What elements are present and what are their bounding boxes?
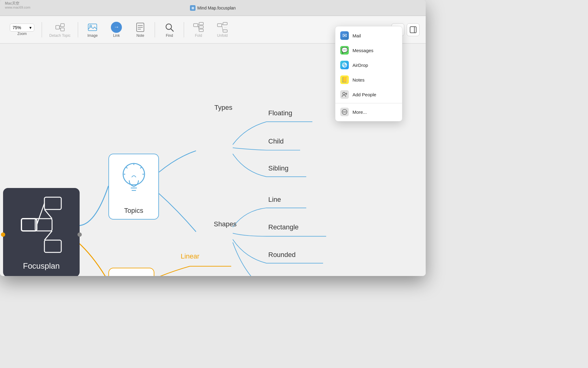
- image-button[interactable]: Image: [82, 20, 103, 40]
- main-window: Mac天空 www.mac69.com ▦ Mind Map.focusplan…: [0, 0, 426, 276]
- svg-rect-21: [217, 24, 222, 27]
- airdrop-label: AirDrop: [352, 63, 368, 68]
- link-button[interactable]: → Link: [106, 20, 127, 40]
- rectangle-label: Rectangle: [268, 223, 299, 231]
- zoom-label: Zoom: [17, 32, 27, 36]
- svg-rect-5: [88, 24, 97, 31]
- svg-point-55: [343, 92, 345, 95]
- separator-4: [184, 22, 184, 37]
- svg-point-45: [123, 163, 145, 185]
- svg-rect-16: [199, 29, 203, 32]
- svg-rect-39: [35, 219, 52, 231]
- separator-2: [78, 22, 78, 37]
- airdrop-icon: [340, 61, 349, 69]
- share-dropdown: ✉ Mail 💬 Messages AirDrop 📒 Notes: [335, 26, 402, 121]
- svg-rect-38: [44, 197, 61, 209]
- svg-line-49: [126, 167, 127, 168]
- shapes-label: Shapes: [214, 220, 237, 228]
- messages-label: Messages: [352, 48, 373, 53]
- focusplan-node[interactable]: Focusplan: [3, 188, 80, 276]
- zoom-control[interactable]: 75% ▾ Zoom: [6, 22, 38, 38]
- separator-3: [155, 22, 155, 37]
- child-label: Child: [268, 137, 284, 145]
- share-mail-item[interactable]: ✉ Mail: [335, 28, 402, 43]
- more-label: More...: [352, 109, 367, 115]
- titlebar: Mac天空 www.mac69.com ▦ Mind Map.focusplan: [0, 0, 426, 16]
- unfold-label: Unfold: [217, 33, 228, 38]
- note-label: Note: [136, 33, 144, 38]
- find-button[interactable]: Find: [159, 20, 180, 40]
- svg-rect-1: [61, 24, 64, 27]
- file-icon: ▦: [190, 5, 195, 11]
- detach-icon: [55, 22, 66, 33]
- focusplan-icon: [17, 194, 66, 255]
- svg-rect-41: [21, 219, 37, 231]
- notes-label: Notes: [352, 77, 364, 82]
- more-icon: [340, 108, 349, 116]
- share-airdrop-item[interactable]: AirDrop: [335, 58, 402, 72]
- window-title: ▦ Mind Map.focusplan: [190, 5, 236, 11]
- link-icon: →: [111, 22, 122, 33]
- svg-point-59: [343, 112, 344, 113]
- topics-label: Topics: [124, 207, 143, 215]
- svg-rect-13: [194, 24, 198, 27]
- svg-text:...: ...: [224, 25, 227, 29]
- focusplan-label: Focusplan: [23, 261, 60, 271]
- svg-rect-23: [223, 30, 227, 32]
- separator-1: [42, 22, 42, 37]
- svg-point-61: [345, 112, 346, 113]
- note-icon: [135, 22, 146, 33]
- svg-point-54: [344, 64, 345, 66]
- svg-point-60: [344, 112, 345, 113]
- find-icon: [164, 22, 175, 33]
- share-add-people-item[interactable]: Add People: [335, 87, 402, 102]
- mail-label: Mail: [352, 33, 361, 38]
- find-label: Find: [166, 33, 173, 38]
- share-messages-item[interactable]: 💬 Messages: [335, 43, 402, 58]
- svg-line-43: [44, 209, 52, 219]
- topics-node[interactable]: Topics: [108, 154, 159, 220]
- topics-icon: [117, 157, 151, 203]
- svg-rect-2: [61, 28, 64, 31]
- floating-label: Floating: [268, 109, 292, 117]
- unfold-button[interactable]: ... Unfold: [212, 20, 233, 40]
- svg-line-12: [171, 29, 173, 31]
- share-notes-item[interactable]: 📒 Notes: [335, 72, 402, 87]
- svg-rect-0: [56, 25, 59, 29]
- right-dot: [77, 232, 82, 237]
- detach-topic-button[interactable]: Detach Topic: [46, 20, 74, 40]
- svg-line-42: [37, 203, 44, 225]
- svg-text:...: ...: [202, 23, 204, 26]
- notes-icon: 📒: [340, 75, 349, 84]
- svg-line-44: [44, 231, 52, 240]
- linear-label: Linear: [181, 252, 199, 260]
- line-label: Line: [268, 196, 281, 204]
- mail-icon: ✉: [340, 31, 349, 40]
- svg-line-50: [140, 167, 141, 168]
- svg-rect-40: [44, 240, 61, 252]
- svg-rect-15: [199, 26, 203, 28]
- image-label: Image: [87, 33, 97, 38]
- share-more-item[interactable]: More...: [335, 105, 402, 119]
- types-label: Types: [214, 104, 232, 112]
- note-button[interactable]: Note: [130, 20, 151, 40]
- svg-rect-22: [223, 22, 227, 25]
- sidebar-toggle-button[interactable]: [407, 23, 420, 36]
- fold-label: Fold: [195, 33, 202, 38]
- fold-icon: ...: [193, 22, 204, 33]
- fold-button[interactable]: ... Fold: [188, 20, 209, 40]
- branches-node[interactable]: Branches: [108, 268, 154, 276]
- messages-icon: 💬: [340, 46, 349, 55]
- add-people-icon: [340, 90, 349, 99]
- share-divider: [335, 103, 402, 103]
- svg-rect-27: [410, 27, 416, 33]
- link-label: Link: [113, 33, 120, 38]
- image-icon: [87, 22, 98, 33]
- zoom-select[interactable]: 75% ▾: [10, 24, 34, 32]
- watermark: Mac天空 www.mac69.com: [5, 1, 30, 10]
- unfold-icon: ...: [217, 22, 228, 33]
- rounded-label: Rounded: [268, 251, 296, 259]
- svg-line-25: [222, 25, 223, 31]
- sibling-label: Sibling: [268, 164, 288, 172]
- detach-label: Detach Topic: [49, 33, 70, 38]
